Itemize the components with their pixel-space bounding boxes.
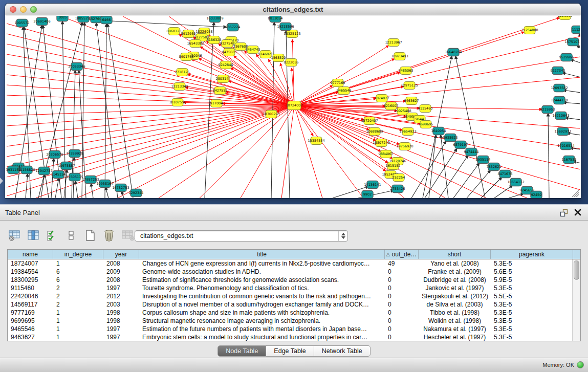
graph-node[interactable]: 1905572 <box>15 19 30 27</box>
graph-node[interactable]: 7485063 <box>399 67 413 75</box>
graph-node[interactable]: 12942737 <box>35 167 52 175</box>
graph-node[interactable]: 9227343 <box>551 67 565 75</box>
graph-node[interactable]: 16782753 <box>112 184 129 192</box>
graph-node[interactable]: 19218596 <box>277 23 294 31</box>
graph-node[interactable]: 14136141 <box>364 181 381 189</box>
graph-node[interactable]: 11123 <box>572 26 580 34</box>
graph-node[interactable]: 9699695 <box>419 121 433 128</box>
graph-node[interactable]: 12213967 <box>385 39 402 47</box>
graph-node[interactable]: 1085 <box>57 16 68 21</box>
table-row[interactable]: 2242004622012Investigating the contribut… <box>8 292 580 300</box>
graph-node[interactable]: 9115460 <box>418 105 433 113</box>
graph-node[interactable]: 12505115 <box>66 173 83 181</box>
table-row[interactable]: 1938455462009Genome-wide association stu… <box>8 268 580 276</box>
graph-node[interactable]: 9902 <box>362 191 373 199</box>
graph-node[interactable]: 6466 <box>101 16 112 24</box>
graph-node[interactable]: 15384554 <box>308 137 324 145</box>
column-header-pagerank[interactable]: pagerank <box>491 250 573 259</box>
graph-node[interactable]: 8427552 <box>213 87 228 95</box>
table-row[interactable]: 1456911722003Disruption of a novel membe… <box>8 300 580 309</box>
graph-node[interactable]: 1753426 <box>390 185 405 193</box>
graph-node[interactable]: 8901766 <box>179 53 194 61</box>
float-window-icon[interactable] <box>559 208 569 217</box>
graph-node[interactable]: 9529966 <box>559 54 574 61</box>
graph-node[interactable]: 1221399 <box>558 16 573 20</box>
graph-node[interactable]: 16210643 <box>552 112 569 120</box>
graph-node[interactable]: 2935114 <box>476 156 491 164</box>
column-header-in_degree[interactable]: in_degree <box>53 250 103 259</box>
graph-node[interactable]: 9465546 <box>337 87 352 95</box>
graph-node[interactable]: 18107556 <box>169 99 186 106</box>
graph-node[interactable]: 1167533 <box>562 156 577 164</box>
graph-node[interactable]: 917004 <box>210 100 223 107</box>
graph-node[interactable]: 9463627 <box>404 97 419 105</box>
vertical-scrollbar[interactable] <box>572 259 580 341</box>
graph-node[interactable]: 9475685 <box>222 49 237 56</box>
table-selector-combo[interactable]: citations_edges.txt <box>135 230 348 242</box>
graph-node[interactable]: 9474444 <box>464 148 479 156</box>
column-header-title[interactable]: title <box>139 250 385 259</box>
graph-node[interactable]: 8471676 <box>498 170 513 178</box>
graph-node[interactable]: 8222036 <box>284 59 299 67</box>
tab-node-table[interactable]: Node Table <box>217 345 266 357</box>
graph-node[interactable]: 9242844 <box>219 61 233 69</box>
graph-node[interactable]: 2718126 <box>175 69 190 76</box>
delete-table-button[interactable] <box>121 228 135 243</box>
network-canvas[interactable]: 1872400718300295896012389129551822605891… <box>6 16 580 198</box>
resize-grip[interactable] <box>572 190 579 197</box>
graph-node[interactable]: 1145154 <box>51 171 66 179</box>
network-window-titlebar[interactable]: citations_edges.txt <box>5 4 581 15</box>
row-height-button[interactable] <box>64 228 78 243</box>
column-header-name[interactable]: name <box>8 250 53 259</box>
tab-edge-table[interactable]: Edge Table <box>266 345 314 357</box>
graph-node[interactable]: 7832621 <box>487 163 502 171</box>
graph-node[interactable]: 11254808 <box>521 27 538 34</box>
column-header-out_de[interactable]: △out_de… <box>385 250 419 259</box>
graph-node[interactable]: 8938923 <box>443 134 458 142</box>
graph-node[interactable]: 17016514 <box>557 142 574 150</box>
graph-node[interactable]: 18724007 <box>286 101 302 110</box>
graph-node[interactable]: 7857224 <box>226 24 241 31</box>
table-row[interactable]: 911546021997Tourette syndrome. Phenomeno… <box>8 284 580 292</box>
graph-node[interactable]: 92450 <box>531 191 542 199</box>
graph-node[interactable]: 8912955 <box>181 30 196 38</box>
table-row[interactable]: 969969511998Structural magnetic resonanc… <box>8 317 580 325</box>
graph-node[interactable]: 8186328 <box>207 36 222 44</box>
graph-node[interactable]: 1874877 <box>375 95 389 102</box>
vertical-scrollbar-thumb[interactable] <box>574 260 579 280</box>
graph-node[interactable]: 9777169 <box>331 79 345 87</box>
column-header-year[interactable]: year <box>103 250 139 259</box>
graph-node[interactable]: 15751074 <box>564 38 580 46</box>
tab-network-table[interactable]: Network Table <box>314 345 371 357</box>
graph-node[interactable]: 15692971 <box>554 128 571 136</box>
combo-arrows-icon[interactable] <box>338 231 347 241</box>
graph-node[interactable]: 1292344 <box>129 189 144 197</box>
select-rows-button[interactable] <box>45 228 59 243</box>
table-row[interactable]: 946362711997Embryonic stem cells: a mode… <box>8 333 580 341</box>
graph-node[interactable]: 10654112 <box>507 179 524 186</box>
table-settings-button[interactable] <box>7 228 21 243</box>
graph-node[interactable]: 9327548 <box>220 40 235 48</box>
graph-node[interactable]: 9884067 <box>379 150 394 158</box>
graph-node[interactable]: 19756928 <box>396 143 413 150</box>
graph-node[interactable]: 1640954 <box>431 127 446 135</box>
graph-node[interactable]: 12093582 <box>551 84 568 92</box>
graph-node[interactable]: 20691406 <box>33 18 50 26</box>
close-panel-icon[interactable] <box>574 208 582 216</box>
graph-node[interactable]: 1615152 <box>386 162 401 170</box>
graph-node[interactable]: 10688609 <box>366 128 383 136</box>
table-row[interactable]: 977716911998Corpus callosum shape and si… <box>8 309 580 317</box>
column-header-short[interactable]: short <box>419 250 491 259</box>
table-row[interactable]: 946554611997Estimation of the future num… <box>8 325 580 333</box>
table-row[interactable]: 1872400712008Changes of HCN gene express… <box>8 259 580 268</box>
table-row[interactable]: 1830029562008Estimation of significance … <box>8 276 580 284</box>
graph-node[interactable]: 12975125 <box>401 82 418 90</box>
graph-node[interactable]: 8813054 <box>268 16 283 23</box>
delete-trash-button[interactable] <box>102 228 116 243</box>
graph-node[interactable]: 6879197 <box>453 141 468 149</box>
graph-node[interactable]: 12444130 <box>551 97 568 104</box>
graph-node[interactable]: 8215953 <box>540 106 555 114</box>
graph-node[interactable]: 8960123 <box>167 28 182 35</box>
graph-node[interactable]: 16033809 <box>206 16 223 23</box>
graph-node[interactable]: 252254 <box>393 174 405 182</box>
